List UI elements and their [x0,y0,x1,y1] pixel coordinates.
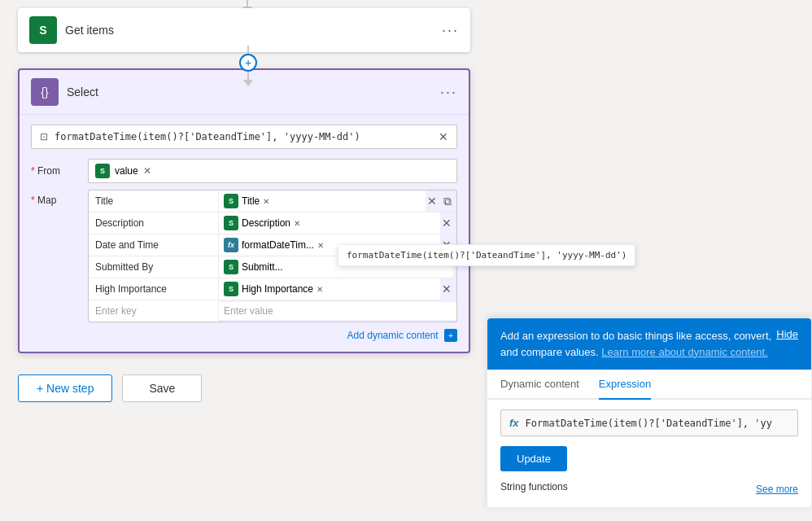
importance-actions: ✕ [440,281,456,297]
title-badge: S [224,194,238,208]
select-card: {} Select ··· ⊡ formatDateTime(item()?['… [18,68,470,353]
expression-bar[interactable]: ⊡ formatDateTime(item()?['DateandTime'],… [31,125,457,149]
map-key-date: Date and Time [89,234,219,256]
get-items-title: Get items [65,24,434,37]
table-row: High Importance S High Importance ✕ ✕ [89,278,456,300]
map-val-description[interactable]: S Description ✕ [219,212,440,234]
submitted-value: Submitt... [242,261,283,273]
map-key-title: Title [89,190,219,212]
importance-badge: S [224,282,238,296]
from-field-value[interactable]: S value ✕ [88,159,457,183]
expression-input[interactable] [526,418,789,429]
sharepoint-icon: S [29,16,57,44]
title-actions: ✕ ⧉ [426,193,456,210]
map-key-description: Description [89,212,219,234]
map-val-placeholder[interactable]: Enter value [219,302,456,320]
date-remove-button[interactable]: ✕ [317,241,324,250]
hide-panel-button[interactable]: Hide [776,328,798,340]
importance-remove-button[interactable]: ✕ [317,285,323,294]
tab-expression[interactable]: Expression [599,370,651,400]
date-value: formatDateTim... [242,239,314,251]
map-val-importance[interactable]: S High Importance ✕ [219,278,440,300]
from-label: From [31,165,80,177]
expression-icon: ⊡ [40,131,48,142]
connector-line-top [247,46,249,54]
table-row: Description S Description ✕ ✕ [89,212,456,234]
action-buttons: + New step Save [18,374,202,402]
map-key-submitted: Submitted By [89,256,219,278]
from-field-row: From S value ✕ [31,159,457,183]
panel-header-text: Add an expression to do basic things lik… [500,328,776,360]
expression-input-row[interactable]: fx [500,409,798,436]
new-step-button[interactable]: + New step [18,374,112,402]
panel-header: Add an expression to do basic things lik… [487,318,811,370]
panel-body: fx Update String functions See more [487,400,811,507]
description-clear-button[interactable]: ✕ [440,215,453,231]
date-badge: fx [224,238,238,252]
from-remove-button[interactable]: ✕ [143,165,151,177]
tab-dynamic-content[interactable]: Dynamic content [500,370,579,400]
select-card-body: ⊡ formatDateTime(item()?['DateandTime'],… [20,115,469,352]
get-items-more-button[interactable]: ··· [442,22,459,39]
description-remove-button[interactable]: ✕ [294,219,300,228]
title-value: Title [242,195,260,207]
dynamic-content-plus-icon: + [444,329,457,342]
submitted-badge: S [224,260,238,274]
expression-text: formatDateTime(item()?['DateandTime'], '… [55,131,432,142]
update-button[interactable]: Update [500,446,567,471]
table-row: Enter key Enter value [89,300,456,322]
select-card-more-button[interactable]: ··· [440,84,457,101]
expression-panel: Add an expression to do basic things lik… [487,317,812,508]
fx-label: fx [509,417,519,429]
table-row: Title S Title ✕ ✕ ⧉ [89,190,456,212]
learn-more-link[interactable]: Learn more about dynamic content. [601,346,768,358]
expression-close-button[interactable]: ✕ [439,130,448,143]
add-dynamic-content-link[interactable]: Add dynamic content + [31,329,457,342]
title-copy-button[interactable]: ⧉ [442,193,453,210]
step-connector: + [239,46,257,86]
connector-line-bottom [247,72,249,80]
panel-tabs: Dynamic content Expression [487,370,811,400]
description-badge: S [224,216,238,230]
description-actions: ✕ [440,215,456,231]
connector-arrow [243,80,253,86]
title-clear-button[interactable]: ✕ [426,193,439,209]
description-value: Description [242,217,290,229]
from-badge: S [95,164,110,178]
from-value-text: value [115,165,138,177]
map-label: Map [31,190,80,322]
section-title: String functions [500,481,568,493]
select-card-title: Select [67,85,432,99]
panel-footer: String functions See more [500,481,798,497]
title-remove-button[interactable]: ✕ [263,197,269,206]
select-icon: {} [31,78,59,106]
add-step-button[interactable]: + [239,54,257,72]
importance-clear-button[interactable]: ✕ [440,281,453,297]
map-val-title[interactable]: S Title ✕ [219,190,426,212]
map-key-placeholder[interactable]: Enter key [89,300,219,322]
importance-value: High Importance [242,283,313,295]
map-key-importance: High Importance [89,278,219,300]
formula-tooltip: formatDateTime(item()?['DateandTime'], '… [338,244,635,266]
see-more-link[interactable]: See more [756,484,798,495]
save-button[interactable]: Save [122,374,202,402]
